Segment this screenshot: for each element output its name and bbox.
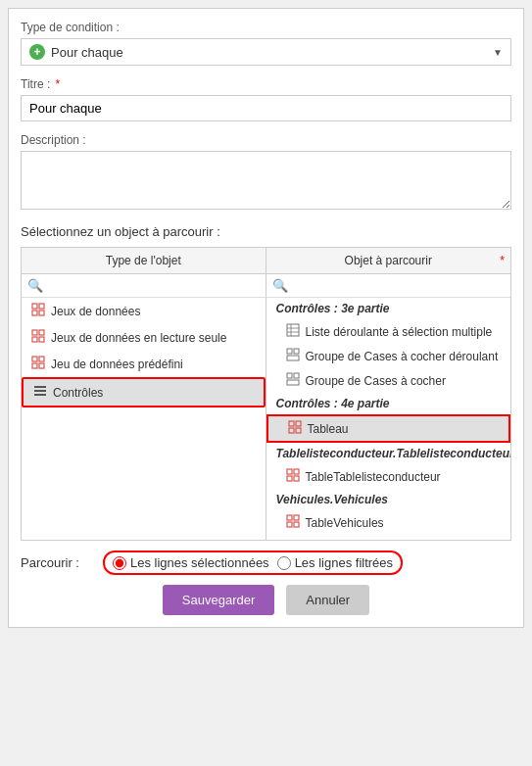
svg-rect-10 xyxy=(32,363,37,368)
radio-option-selected[interactable]: Les lignes sélectionnées xyxy=(113,555,269,570)
svg-rect-2 xyxy=(32,311,37,315)
left-list: Jeux de données Jeux de données en lectu… xyxy=(22,298,266,540)
condition-type-group: Type de condition : Pour chaque ▼ xyxy=(21,21,511,66)
right-list-item[interactable]: Groupe de Cases à cocher déroulant xyxy=(266,344,511,368)
right-list-item[interactable]: Groupe de Cases à cocher xyxy=(266,368,511,393)
object-selector-title: Sélectionnez un object à parcourir : xyxy=(21,224,511,239)
svg-rect-36 xyxy=(294,522,299,527)
svg-rect-35 xyxy=(287,522,292,527)
save-button[interactable]: Sauvegarder xyxy=(163,585,274,615)
radio-selected-lines[interactable] xyxy=(113,556,126,570)
right-section-header: Contrôles : 3e partie xyxy=(266,298,511,319)
parcourir-label: Parcourir : xyxy=(21,555,79,570)
item-icon xyxy=(31,356,45,372)
right-search-box[interactable]: 🔍 xyxy=(266,274,511,298)
svg-rect-21 xyxy=(287,356,299,360)
right-search-icon: 🔍 xyxy=(272,278,288,293)
svg-rect-6 xyxy=(32,337,37,342)
svg-rect-27 xyxy=(289,428,294,433)
radio-options-container: Les lignes sélectionnées Les lignes filt… xyxy=(103,551,403,575)
condition-type-label: Type de condition : xyxy=(21,21,511,34)
radio-filtered-label[interactable]: Les lignes filtrées xyxy=(295,555,393,570)
right-list-item[interactable]: Tableau xyxy=(266,414,511,443)
left-column: Type de l'objet 🔍 Jeux de données Jeux d… xyxy=(22,248,266,540)
svg-rect-14 xyxy=(34,394,46,396)
right-list-item[interactable]: TableTablelisteconducteur xyxy=(266,464,511,489)
radio-filtered-lines[interactable] xyxy=(277,556,291,570)
item-icon xyxy=(31,303,45,319)
item-icon xyxy=(286,514,300,531)
left-col-header: Type de l'objet xyxy=(22,248,266,274)
right-section-header: Vehicules.Vehicules xyxy=(266,489,511,510)
svg-rect-11 xyxy=(39,363,44,368)
description-input[interactable] xyxy=(21,151,511,210)
item-icon xyxy=(286,323,300,340)
svg-rect-31 xyxy=(287,476,292,481)
svg-rect-4 xyxy=(32,330,37,335)
left-search-icon: 🔍 xyxy=(27,278,43,293)
radio-selected-label[interactable]: Les lignes sélectionnées xyxy=(130,555,269,570)
right-section-header: Tablelisteconducteur.Tablelisteconducteu… xyxy=(266,443,511,464)
left-search-box[interactable]: 🔍 xyxy=(22,274,266,298)
right-list: Contrôles : 3e partie Liste déroulante à… xyxy=(266,298,511,540)
svg-rect-15 xyxy=(287,324,299,336)
title-input[interactable] xyxy=(21,95,511,121)
right-column: Objet à parcourir * 🔍 Contrôles : 3e par… xyxy=(266,248,511,540)
svg-rect-23 xyxy=(294,373,299,378)
svg-rect-29 xyxy=(287,469,292,474)
svg-rect-13 xyxy=(34,390,46,392)
right-list-item[interactable]: TableVehicules xyxy=(266,510,511,535)
title-group: Titre : * xyxy=(21,77,511,121)
description-label: Description : xyxy=(21,133,511,147)
svg-rect-24 xyxy=(287,380,299,385)
right-col-asterisk: * xyxy=(500,254,505,267)
svg-rect-3 xyxy=(39,311,44,315)
condition-type-value: Pour chaque xyxy=(51,45,123,60)
svg-rect-19 xyxy=(287,349,292,354)
description-group: Description : xyxy=(21,133,511,213)
left-list-item[interactable]: Jeux de données xyxy=(22,298,266,324)
object-selector-panel: Type de l'objet 🔍 Jeux de données Jeux d… xyxy=(21,247,511,541)
right-col-header: Objet à parcourir xyxy=(266,248,511,274)
svg-rect-22 xyxy=(287,373,292,378)
svg-rect-26 xyxy=(296,421,301,426)
svg-rect-12 xyxy=(34,386,46,388)
item-icon xyxy=(286,468,300,485)
svg-rect-20 xyxy=(294,349,299,354)
left-search-input[interactable] xyxy=(47,278,260,293)
condition-type-dropdown[interactable]: Pour chaque ▼ xyxy=(21,38,511,66)
right-section-header: Contrôles : 4e partie xyxy=(266,393,511,414)
svg-rect-8 xyxy=(32,357,37,361)
parcourir-row: Parcourir : Les lignes sélectionnées Les… xyxy=(21,551,511,575)
svg-rect-0 xyxy=(32,304,37,309)
svg-rect-30 xyxy=(294,469,299,474)
right-list-item[interactable]: Liste déroulante à sélection multiple xyxy=(266,319,511,344)
title-required: * xyxy=(56,77,61,91)
item-icon xyxy=(286,348,300,364)
svg-rect-32 xyxy=(294,476,299,481)
cancel-button[interactable]: Annuler xyxy=(286,585,369,615)
item-icon xyxy=(31,329,45,346)
right-search-input[interactable] xyxy=(292,278,506,293)
dropdown-arrow-icon: ▼ xyxy=(493,47,503,58)
title-label: Titre : * xyxy=(21,77,511,91)
left-list-item[interactable]: Contrôles xyxy=(22,377,266,407)
item-icon xyxy=(286,372,300,389)
right-section-header: Employe.Employe xyxy=(266,535,511,540)
svg-rect-9 xyxy=(39,357,44,361)
svg-rect-7 xyxy=(39,337,44,342)
item-icon xyxy=(33,384,47,401)
svg-rect-25 xyxy=(289,421,294,426)
svg-rect-5 xyxy=(39,330,44,335)
condition-icon xyxy=(29,44,45,60)
svg-rect-1 xyxy=(39,304,44,309)
svg-rect-33 xyxy=(287,515,292,520)
button-row: Sauvegarder Annuler xyxy=(21,585,511,615)
left-list-item[interactable]: Jeu de données prédéfini xyxy=(22,351,266,377)
svg-rect-34 xyxy=(294,515,299,520)
svg-rect-28 xyxy=(296,428,301,433)
bottom-section: Parcourir : Les lignes sélectionnées Les… xyxy=(21,551,511,615)
radio-option-filtered[interactable]: Les lignes filtrées xyxy=(277,555,393,570)
item-icon xyxy=(288,420,302,437)
left-list-item[interactable]: Jeux de données en lecture seule xyxy=(22,324,266,351)
